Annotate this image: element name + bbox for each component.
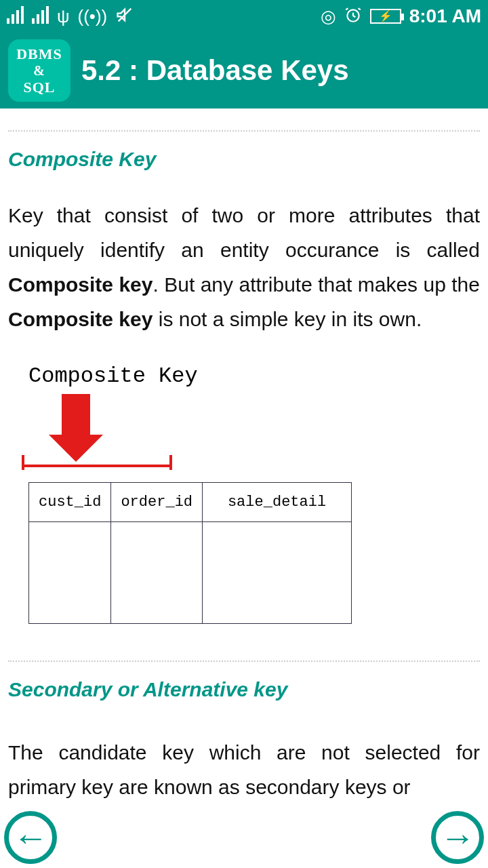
signal-2-icon xyxy=(32,6,49,26)
app-icon-text: SQL xyxy=(23,79,55,96)
arrow-down-icon xyxy=(1,394,150,462)
table-header: cust_id xyxy=(29,483,111,522)
alarm-icon xyxy=(344,6,362,26)
text: is not a simple key in its own. xyxy=(152,308,422,330)
composite-key-table: cust_id order_id sale_detail xyxy=(28,482,352,624)
status-bar: ψ ((•)) ◎ ⚡ 8:01 AM xyxy=(0,0,488,33)
clock: 8:01 AM xyxy=(409,5,481,27)
signal-1-icon xyxy=(7,6,24,26)
text-bold: Composite key xyxy=(8,308,152,330)
content[interactable]: Composite Key Key that consist of two or… xyxy=(0,108,488,868)
app-icon[interactable]: DBMS & SQL xyxy=(8,39,70,102)
figure-composite-key: Composite Key cust_id order_id sale_deta… xyxy=(8,357,480,644)
table-header: order_id xyxy=(111,483,203,522)
text: . But any attribute that makes up the xyxy=(152,273,480,296)
prev-button[interactable]: ← xyxy=(4,811,57,864)
divider xyxy=(8,660,480,662)
app-bar: DBMS & SQL 5.2 : Database Keys xyxy=(0,33,488,108)
app-icon-text: & xyxy=(33,63,45,79)
battery-icon: ⚡ xyxy=(370,9,401,24)
section-heading-secondary: Secondary or Alternative key xyxy=(8,678,480,701)
mute-icon xyxy=(115,5,134,27)
table-header: sale_detail xyxy=(203,483,352,522)
target-icon: ◎ xyxy=(321,7,336,25)
figure-title: Composite Key xyxy=(28,363,460,389)
next-button[interactable]: → xyxy=(431,811,484,864)
paragraph: The candidate key which are not selected… xyxy=(8,735,480,804)
hotspot-icon: ((•)) xyxy=(78,7,108,25)
bracket-icon xyxy=(22,459,172,471)
usb-icon: ψ xyxy=(57,7,70,25)
text-bold: Composite key xyxy=(8,273,152,296)
paragraph: Key that consist of two or more attribut… xyxy=(8,198,480,336)
section-heading-composite: Composite Key xyxy=(8,148,480,171)
app-icon-text: DBMS xyxy=(16,45,62,63)
divider xyxy=(8,130,480,132)
page-title: 5.2 : Database Keys xyxy=(81,54,349,87)
text: Key that consist of two or more attribut… xyxy=(8,204,480,261)
